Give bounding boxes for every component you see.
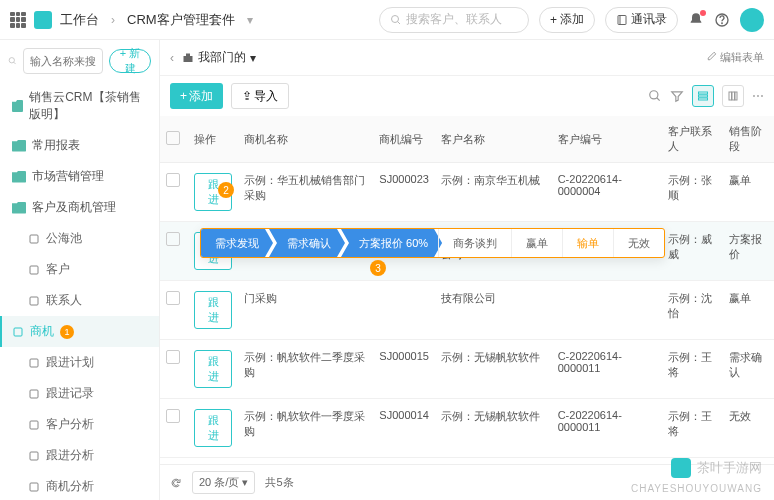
cell-ccode: C-20220614-0000011 <box>552 399 662 458</box>
main-content: ‹ 我部门的 ▾ 编辑表单 + 添加 ⇪ 导入 ⋯ <box>160 40 774 500</box>
col-header-4: 客户名称 <box>435 116 552 163</box>
svg-line-1 <box>397 21 400 24</box>
select-all-checkbox[interactable] <box>166 131 180 145</box>
pipeline-stage-6[interactable]: 无效 <box>613 229 664 257</box>
sidebar-item-0[interactable]: 销售云CRM【茶销售版明】 <box>0 82 159 130</box>
collapse-sidebar-icon[interactable]: ‹ <box>170 51 174 65</box>
row-checkbox[interactable] <box>166 409 180 423</box>
follow-button[interactable]: 跟进 <box>194 409 232 447</box>
pipeline-stage-4[interactable]: 赢单 <box>511 229 562 257</box>
svg-rect-12 <box>30 359 38 367</box>
add-record-button[interactable]: + 添加 <box>170 83 223 109</box>
sidebar-item-1[interactable]: 常用报表 <box>0 130 159 161</box>
breadcrumb-workbench[interactable]: 工作台 <box>60 11 99 29</box>
view-list-button[interactable] <box>692 85 714 107</box>
import-button[interactable]: ⇪ 导入 <box>231 83 289 109</box>
pipeline-stage-3[interactable]: 商务谈判 <box>438 229 511 257</box>
cell-stage: 赢单 <box>723 163 774 222</box>
svg-rect-14 <box>30 421 38 429</box>
cell-code: SJ000015 <box>373 340 435 399</box>
page-size-select[interactable]: 20 条/页 ▾ <box>192 471 255 494</box>
breadcrumb-suite[interactable]: CRM客户管理套件 <box>127 11 235 29</box>
follow-button[interactable]: 跟进 <box>194 350 232 388</box>
notifications-icon[interactable] <box>688 12 704 28</box>
sidebar-item-8[interactable]: 跟进计划 <box>0 347 159 378</box>
svg-rect-11 <box>14 328 22 336</box>
apps-grid-icon[interactable] <box>10 12 26 28</box>
search-icon <box>8 55 17 67</box>
cell-ccode: C-20220614-0000004 <box>552 163 662 222</box>
svg-rect-10 <box>30 297 38 305</box>
table-row[interactable]: 跟进示例：帆软软件二季度采购SJ000015示例：无锡帆软软件C-2022061… <box>160 340 774 399</box>
cell-cust: 示例：无锡帆软软件 <box>435 399 552 458</box>
refresh-icon[interactable] <box>170 477 182 489</box>
row-checkbox[interactable] <box>166 291 180 305</box>
pipeline-stage-5[interactable]: 输单 <box>562 229 613 257</box>
row-checkbox[interactable] <box>166 232 180 246</box>
sidebar-item-4[interactable]: 公海池 <box>0 223 159 254</box>
pipeline-stage-2[interactable]: 方案报价 60% <box>341 229 442 257</box>
header-add-button[interactable]: + 添加 <box>539 7 595 33</box>
contacts-button[interactable]: 通讯录 <box>605 7 678 33</box>
svg-rect-9 <box>30 266 38 274</box>
sidebar: + 新建 销售云CRM【茶销售版明】常用报表市场营销管理客户及商机管理公海池客户… <box>0 40 160 500</box>
follow-button[interactable]: 跟进 <box>194 291 232 329</box>
sidebar-item-7[interactable]: 商机1 <box>0 316 159 347</box>
help-icon[interactable] <box>714 12 730 28</box>
search-placeholder: 搜索客户、联系人 <box>406 11 502 28</box>
folder-icon <box>12 140 26 152</box>
svg-point-6 <box>9 58 14 63</box>
cell-code: SJ000023 <box>373 163 435 222</box>
pipeline-stage-0[interactable]: 需求发现 <box>201 229 273 257</box>
book-icon <box>616 14 628 26</box>
sidebar-search-input[interactable] <box>23 48 103 74</box>
search-icon <box>390 14 402 26</box>
filter-icon[interactable] <box>670 89 684 103</box>
sidebar-item-6[interactable]: 联系人 <box>0 285 159 316</box>
edit-form-link[interactable]: 编辑表单 <box>707 50 764 65</box>
table-row[interactable]: 跟进示例：帆软软件一季度采购SJ000014示例：无锡帆软软件C-2022061… <box>160 399 774 458</box>
cell-contact: 示例：张顺 <box>662 163 724 222</box>
new-button[interactable]: + 新建 <box>109 49 151 73</box>
sidebar-item-5[interactable]: 客户 <box>0 254 159 285</box>
app-logo <box>34 11 52 29</box>
sidebar-item-9[interactable]: 跟进记录 <box>0 378 159 409</box>
sidebar-item-10[interactable]: 客户分析 <box>0 409 159 440</box>
search-icon[interactable] <box>648 89 662 103</box>
row-checkbox[interactable] <box>166 173 180 187</box>
sidebar-item-12[interactable]: 商机分析 <box>0 471 159 500</box>
more-icon[interactable]: ⋯ <box>752 89 764 103</box>
svg-rect-23 <box>699 95 708 97</box>
cell-name: 示例：华五机械销售部门采购 <box>238 163 373 222</box>
department-selector[interactable]: 我部门的 ▾ <box>182 49 256 66</box>
row-checkbox[interactable] <box>166 350 180 364</box>
svg-rect-19 <box>186 53 190 56</box>
pipeline-stage-1[interactable]: 需求确认 <box>269 229 345 257</box>
org-icon <box>182 52 194 64</box>
cell-cust: 示例：无锡帆软软件 <box>435 340 552 399</box>
user-avatar[interactable] <box>740 8 764 32</box>
sidebar-item-11[interactable]: 跟进分析 <box>0 440 159 471</box>
svg-point-5 <box>722 23 723 24</box>
sidebar-item-3[interactable]: 客户及商机管理 <box>0 192 159 223</box>
cell-contact: 示例：威威 <box>662 222 724 281</box>
cell-stage: 方案报价 <box>723 222 774 281</box>
svg-rect-27 <box>735 92 737 100</box>
sidebar-item-2[interactable]: 市场营销管理 <box>0 161 159 192</box>
view-column-button[interactable] <box>722 85 744 107</box>
pagination-footer: 20 条/页 ▾ 共5条 <box>160 464 774 500</box>
chevron-down-icon[interactable]: ▾ <box>247 13 253 27</box>
svg-rect-15 <box>30 452 38 460</box>
table-row[interactable]: 跟进门采购技有限公司示例：沈怡赢单 <box>160 281 774 340</box>
item-icon <box>28 419 40 431</box>
pencil-icon <box>707 51 717 61</box>
col-header-5: 客户编号 <box>552 116 662 163</box>
cell-cust: 技有限公司 <box>435 281 552 340</box>
col-header-7: 销售阶段 <box>723 116 774 163</box>
table-row[interactable]: 跟进示例：华五机械销售部门采购SJ000023示例：南京华五机械C-202206… <box>160 163 774 222</box>
global-search[interactable]: 搜索客户、联系人 <box>379 7 529 33</box>
item-icon <box>28 295 40 307</box>
col-header-1: 操作 <box>188 116 238 163</box>
cell-contact: 示例：沈怡 <box>662 281 724 340</box>
item-icon <box>28 388 40 400</box>
